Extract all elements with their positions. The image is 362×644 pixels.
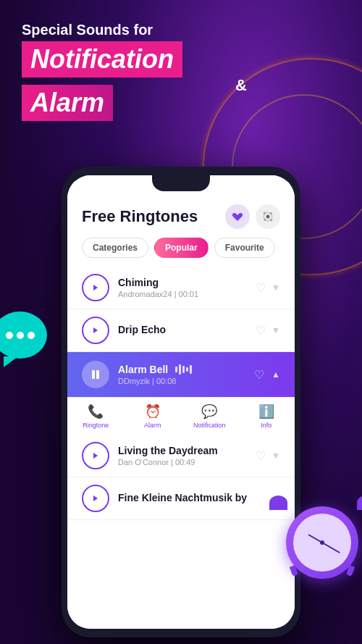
song-meta-1: Andromadax24 | 00:01	[118, 290, 247, 298]
header-ampersand: &	[235, 76, 247, 95]
app-title: Free Ringtones	[82, 207, 198, 226]
clock-hand-min	[322, 542, 340, 553]
clock-bell-right	[357, 495, 362, 510]
song-actions-1: ♡ ▼	[256, 281, 280, 295]
pause-button[interactable]	[82, 361, 109, 388]
nav-item-alarm[interactable]: ⏰ Alarm	[125, 398, 182, 435]
chat-bubble-decoration	[0, 311, 58, 366]
notification-nav-icon: 💬	[201, 403, 217, 419]
now-playing-actions: ♡ ▲	[254, 368, 280, 382]
heart-icon-2[interactable]: ♡	[256, 324, 266, 338]
chat-dot-3	[28, 332, 35, 339]
now-playing-bar: Alarm Bell DDmyzik | 00:08	[67, 352, 295, 397]
phone-mockup: Free Ringtones	[62, 167, 300, 637]
song-actions-2: ♡ ▼	[256, 324, 280, 338]
clock-center	[320, 540, 324, 545]
info-nav-label: Info	[261, 422, 272, 429]
clock-bell-left	[269, 495, 287, 510]
tab-favourite[interactable]: Favourite	[214, 238, 275, 258]
ringtone-nav-icon: 📞	[88, 403, 104, 419]
ringtone-nav-label: Ringtone	[83, 422, 109, 429]
clock-face	[293, 514, 351, 572]
play-button-2[interactable]	[82, 317, 109, 344]
play-button-3[interactable]	[82, 442, 109, 469]
play-button-4[interactable]	[82, 485, 109, 512]
header-section: Special Sounds for Notification & Alarm	[22, 22, 182, 121]
play-button-1[interactable]	[82, 274, 109, 301]
chat-tail	[4, 356, 18, 367]
phone-notch	[152, 175, 210, 191]
header-alarm-label: Alarm	[22, 85, 113, 121]
song-item-1: Chiming Andromadax24 | 00:01 ♡ ▼	[67, 267, 295, 309]
song-item-3: Living the Daydream Dan O'Connor | 00:49…	[67, 435, 295, 477]
song-name-4: Fine Kleine Nachtmusik by	[118, 492, 280, 503]
song-item-4: Fine Kleine Nachtmusik by	[67, 477, 295, 520]
svg-rect-1	[92, 370, 95, 379]
nav-item-info[interactable]: ℹ️ Info	[238, 398, 295, 435]
song-item-2: Drip Echo ♡ ▼	[67, 309, 295, 352]
song-info-4: Fine Kleine Nachtmusik by	[118, 492, 280, 505]
heart-icon-button[interactable]	[225, 204, 250, 229]
info-nav-icon: ℹ️	[258, 403, 274, 419]
heart-icon-3[interactable]: ♡	[256, 449, 266, 463]
nav-item-notification[interactable]: 💬 Notification	[181, 398, 238, 435]
alarm-nav-label: Alarm	[144, 422, 161, 429]
song-info-2: Drip Echo	[118, 324, 247, 337]
song-meta-3: Dan O'Connor | 00:49	[118, 458, 247, 467]
header-subtitle: Special Sounds for	[22, 22, 182, 38]
notification-nav-label: Notification	[193, 422, 226, 429]
tab-popular[interactable]: Popular	[154, 238, 209, 258]
clock-decoration	[275, 492, 362, 586]
app-content: Free Ringtones	[67, 175, 295, 629]
song-name-2: Drip Echo	[118, 324, 247, 335]
svg-rect-2	[96, 370, 99, 379]
filter-tabs: Categories Popular Favourite	[67, 238, 295, 267]
alarm-nav-icon: ⏰	[145, 403, 161, 419]
nav-item-ringtone[interactable]: 📞 Ringtone	[67, 398, 125, 435]
chevron-up-icon[interactable]: ▲	[272, 369, 280, 380]
chat-dot-1	[6, 332, 13, 339]
heart-icon-1[interactable]: ♡	[256, 281, 266, 295]
chat-dot-2	[17, 332, 24, 339]
header-notification-label: Notification	[22, 41, 182, 78]
song-name-1: Chiming	[118, 277, 247, 288]
song-name-3: Living the Daydream	[118, 445, 247, 456]
now-playing-info: Alarm Bell DDmyzik | 00:08	[118, 364, 245, 385]
chevron-down-icon-3[interactable]: ▼	[272, 451, 280, 461]
song-list-bottom: Living the Daydream Dan O'Connor | 00:49…	[67, 435, 295, 520]
chevron-down-icon-2[interactable]: ▼	[272, 325, 280, 335]
song-list: Chiming Andromadax24 | 00:01 ♡ ▼	[67, 267, 295, 629]
now-playing-title: Alarm Bell	[118, 364, 245, 375]
now-playing-meta: DDmyzik | 00:08	[118, 377, 245, 385]
tab-categories[interactable]: Categories	[82, 238, 148, 258]
heart-icon-now-playing[interactable]: ♡	[254, 368, 264, 382]
waveform-icon	[175, 364, 192, 375]
phone-screen: Free Ringtones	[67, 175, 295, 629]
bottom-nav: 📞 Ringtone ⏰ Alarm 💬 Notification ℹ️ Inf…	[67, 397, 295, 435]
song-info-1: Chiming Andromadax24 | 00:01	[118, 277, 247, 298]
header-icons	[225, 204, 280, 229]
svg-point-0	[266, 215, 270, 219]
song-info-3: Living the Daydream Dan O'Connor | 00:49	[118, 445, 247, 467]
settings-icon-button[interactable]	[256, 204, 280, 229]
chevron-down-icon-1[interactable]: ▼	[272, 283, 280, 293]
song-actions-3: ♡ ▼	[256, 449, 280, 463]
